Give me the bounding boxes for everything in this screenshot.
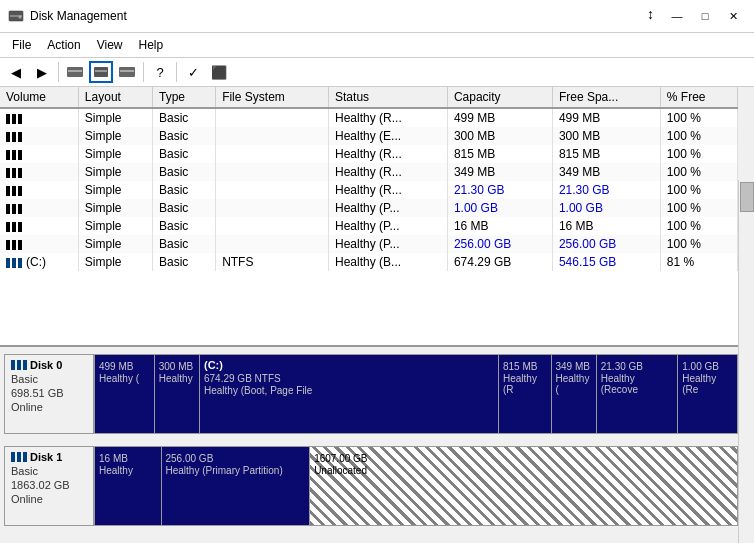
cell-volume: (C:): [0, 253, 78, 271]
col-filesystem[interactable]: File System: [216, 87, 329, 108]
cell-type: Basic: [152, 181, 215, 199]
toolbar-separator-2: [143, 62, 144, 82]
cell-freespace: 499 MB: [552, 108, 660, 127]
col-type[interactable]: Type: [152, 87, 215, 108]
cell-layout: Simple: [78, 181, 152, 199]
cell-capacity: 300 MB: [447, 127, 552, 145]
col-capacity[interactable]: Capacity: [447, 87, 552, 108]
toolbar-check-button[interactable]: ✓: [181, 61, 205, 83]
table-row[interactable]: SimpleBasicHealthy (R...21.30 GB21.30 GB…: [0, 181, 738, 199]
table-row[interactable]: SimpleBasicHealthy (R...499 MB499 MB100 …: [0, 108, 738, 127]
minimize-button[interactable]: —: [664, 6, 690, 26]
toolbar-help-button[interactable]: ?: [148, 61, 172, 83]
partition-status: Healthy (Re: [682, 373, 733, 395]
disk-0-row: Disk 0 Basic 698.51 GB Online 499 MBHeal…: [4, 354, 738, 434]
table-row[interactable]: SimpleBasicHealthy (R...815 MB815 MB100 …: [0, 145, 738, 163]
table-row[interactable]: SimpleBasicHealthy (P...1.00 GB1.00 GB10…: [0, 199, 738, 217]
cell-capacity: 674.29 GB: [447, 253, 552, 271]
table-row[interactable]: SimpleBasicHealthy (P...256.00 GB256.00 …: [0, 235, 738, 253]
col-status[interactable]: Status: [329, 87, 448, 108]
cell-status: Healthy (R...: [329, 181, 448, 199]
cell-pctfree: 100 %: [660, 235, 737, 253]
col-volume[interactable]: Volume: [0, 87, 78, 108]
partition-p0-7[interactable]: 1.00 GBHealthy (Re: [678, 355, 737, 433]
main-container: Volume Layout Type File System Status Ca…: [0, 87, 754, 537]
partition-p0-3[interactable]: (C:)674.29 GB NTFSHealthy (Boot, Page Fi…: [200, 355, 499, 433]
cell-layout: Simple: [78, 163, 152, 181]
disk-1-status: Online: [11, 493, 87, 505]
menu-file[interactable]: File: [4, 35, 39, 55]
cell-type: Basic: [152, 235, 215, 253]
partition-p1-1[interactable]: 16 MBHealthy: [95, 447, 162, 525]
svg-rect-6: [95, 70, 107, 72]
resize-arrow-icon: ↕: [647, 6, 654, 26]
cell-volume: [0, 163, 78, 181]
volume-icon: [6, 222, 24, 232]
menu-view[interactable]: View: [89, 35, 131, 55]
partition-p0-5[interactable]: 349 MBHealthy (: [552, 355, 597, 433]
cell-type: Basic: [152, 163, 215, 181]
cell-pctfree: 100 %: [660, 181, 737, 199]
volume-icon: [6, 204, 24, 214]
partition-size: 21.30 GB: [601, 361, 674, 372]
partition-status: Healthy: [99, 465, 157, 476]
cell-layout: Simple: [78, 108, 152, 127]
table-row[interactable]: (C:)SimpleBasicNTFSHealthy (B...674.29 G…: [0, 253, 738, 271]
col-pctfree[interactable]: % Free: [660, 87, 737, 108]
table-row[interactable]: SimpleBasicHealthy (R...349 MB349 MB100 …: [0, 163, 738, 181]
cell-capacity: 21.30 GB: [447, 181, 552, 199]
table-row[interactable]: SimpleBasicHealthy (P...16 MB16 MB100 %: [0, 217, 738, 235]
cell-status: Healthy (R...: [329, 163, 448, 181]
close-button[interactable]: ✕: [720, 6, 746, 26]
table-row[interactable]: SimpleBasicHealthy (E...300 MB300 MB100 …: [0, 127, 738, 145]
cell-filesystem: [216, 181, 329, 199]
partition-size: 256.00 GB: [166, 453, 306, 464]
disk-0-type: Basic: [11, 373, 87, 385]
partition-size: 1607.00 GB: [314, 453, 733, 464]
cell-filesystem: [216, 235, 329, 253]
cell-layout: Simple: [78, 199, 152, 217]
maximize-button[interactable]: □: [692, 6, 718, 26]
disk-1-row: Disk 1 Basic 1863.02 GB Online 16 MBHeal…: [4, 446, 738, 526]
cell-volume: [0, 217, 78, 235]
col-layout[interactable]: Layout: [78, 87, 152, 108]
toolbar-forward-button[interactable]: ▶: [30, 61, 54, 83]
disk-1-size: 1863.02 GB: [11, 479, 87, 491]
disk-1-name: Disk 1: [11, 451, 87, 463]
cell-status: Healthy (R...: [329, 145, 448, 163]
cell-freespace: 546.15 GB: [552, 253, 660, 271]
cell-volume: [0, 108, 78, 127]
cell-pctfree: 100 %: [660, 163, 737, 181]
table-header-row: Volume Layout Type File System Status Ca…: [0, 87, 738, 108]
partition-p0-2[interactable]: 300 MBHealthy: [155, 355, 200, 433]
col-freespace[interactable]: Free Spa...: [552, 87, 660, 108]
scrollbar-track[interactable]: [738, 180, 754, 543]
toolbar-console-button[interactable]: ⬛: [207, 61, 231, 83]
partition-p0-1[interactable]: 499 MBHealthy (: [95, 355, 155, 433]
menu-help[interactable]: Help: [131, 35, 172, 55]
partition-p1-3[interactable]: 1607.00 GBUnallocated: [310, 447, 737, 525]
partition-size: 16 MB: [99, 453, 157, 464]
menu-action[interactable]: Action: [39, 35, 88, 55]
toolbar-disk-button-2[interactable]: [89, 61, 113, 83]
scrollbar-thumb[interactable]: [740, 182, 754, 212]
toolbar-back-button[interactable]: ◀: [4, 61, 28, 83]
svg-rect-8: [120, 70, 134, 72]
partition-p1-2[interactable]: 256.00 GBHealthy (Primary Partition): [162, 447, 311, 525]
disk-0-name: Disk 0: [11, 359, 87, 371]
cell-pctfree: 100 %: [660, 127, 737, 145]
cell-capacity: 499 MB: [447, 108, 552, 127]
volume-icon: [6, 168, 24, 178]
toolbar-disk-button-3[interactable]: [115, 61, 139, 83]
partition-size: 815 MB: [503, 361, 547, 372]
toolbar-separator-1: [58, 62, 59, 82]
disk-0-size: 698.51 GB: [11, 387, 87, 399]
partition-status: Unallocated: [314, 465, 733, 476]
cell-volume: [0, 145, 78, 163]
cell-freespace: 300 MB: [552, 127, 660, 145]
partition-p0-6[interactable]: 21.30 GBHealthy (Recove: [597, 355, 679, 433]
toolbar-disk-button-1[interactable]: [63, 61, 87, 83]
cell-capacity: 1.00 GB: [447, 199, 552, 217]
cell-pctfree: 100 %: [660, 145, 737, 163]
partition-p0-4[interactable]: 815 MBHealthy (R: [499, 355, 552, 433]
